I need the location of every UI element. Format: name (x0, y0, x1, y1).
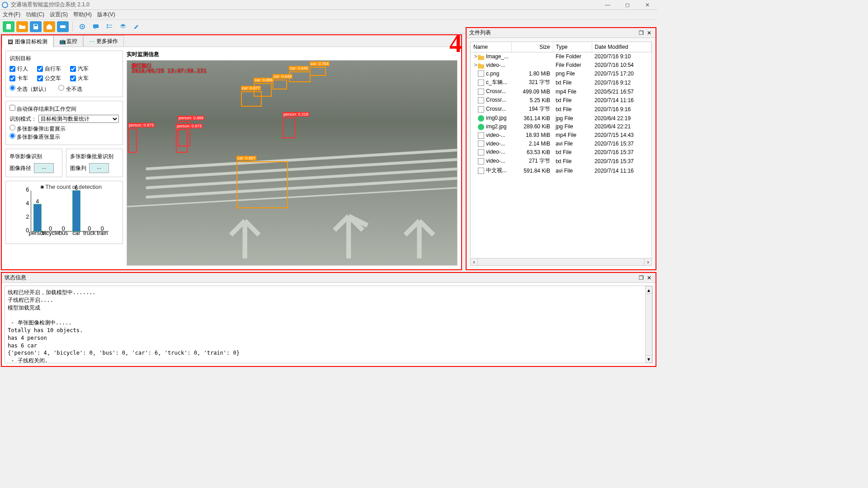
file-hscrollbar[interactable]: ‹ › (470, 258, 652, 266)
menu-help[interactable]: 帮助(H) (73, 11, 92, 19)
table-row[interactable]: Crossr...5.25 KiBtxt File2020/7/14 11:16 (471, 96, 651, 104)
menu-function[interactable]: 功能(C) (26, 11, 44, 19)
scroll-track[interactable] (478, 258, 644, 265)
chk-car[interactable]: 汽车 (70, 65, 89, 73)
scroll-up-icon[interactable]: ▴ (646, 286, 652, 294)
radio-seq[interactable]: 多张影像逐张显示 (9, 134, 60, 140)
table-row[interactable]: Crossr...499.09 MiBmp4 File2020/5/21 16:… (471, 87, 651, 96)
toolbar-separator (72, 22, 73, 32)
tab-monitor[interactable]: 📺 监控 (53, 35, 83, 47)
toolbar-layers-icon[interactable] (117, 21, 129, 32)
monitor-icon: 📺 (59, 38, 65, 44)
panel-close-icon[interactable]: ✕ (646, 274, 653, 282)
table-row[interactable]: c.png1.80 MiBpng File2020/7/15 17:20 (471, 70, 651, 78)
mode-select[interactable]: 目标检测与数量统计 (38, 115, 119, 123)
app-icon (2, 2, 8, 8)
table-row[interactable]: >video-...File Folder2020/7/16 10:54 (471, 61, 651, 70)
table-row[interactable]: 中文视...591.84 KiBavi File2020/7/14 11:16 (471, 166, 651, 175)
chk-truck[interactable]: 卡车 (9, 75, 28, 82)
toolbar-new-icon[interactable] (3, 21, 14, 32)
menu-version[interactable]: 版本(V) (97, 11, 115, 19)
chk-bus[interactable]: 公交车 (37, 75, 61, 82)
svg-text:4: 4 (36, 198, 39, 205)
chk-bicycle[interactable]: 自行车 (37, 65, 61, 73)
radio-select-none[interactable]: 全不选 (58, 85, 82, 93)
table-row[interactable]: img2.jpg289.60 KiBjpg File2020/6/4 22:21 (471, 122, 651, 131)
mode-label: 识别模式： (9, 115, 37, 123)
chk-train[interactable]: 火车 (70, 75, 89, 82)
toolbar-chat-icon[interactable] (90, 21, 102, 32)
tab-more[interactable]: ⋯ 更多操作 (83, 35, 124, 47)
tab-image-detect[interactable]: 🖼 图像目标检测 (2, 36, 53, 47)
batch-browse-button[interactable]: ··· (89, 163, 109, 173)
mode-fieldset: 自动保存结果到工作空间 识别模式： 目标检测与数量统计 多张影像弹出窗展示 多张… (5, 101, 123, 145)
radio-popup[interactable]: 多张影像弹出窗展示 (9, 126, 66, 132)
col-type[interactable]: Type (553, 42, 592, 52)
col-date[interactable]: Date Modified (592, 42, 651, 52)
road-overlay (127, 61, 457, 263)
single-browse-button[interactable]: ··· (34, 163, 54, 173)
svg-rect-5 (93, 24, 99, 28)
menu-settings[interactable]: 设置(S) (50, 11, 68, 19)
status-panel: 状态信息 ❐ ✕ ▴ ▾ (1, 272, 656, 367)
svg-text:bus: bus (59, 230, 68, 236)
svg-line-35 (146, 150, 457, 169)
table-row[interactable]: video-...271 字节txt File2020/7/16 15:37 (471, 156, 651, 166)
table-row[interactable]: Crossr...194 字节txt File2020/7/16 9:16 (471, 104, 651, 114)
detection-bbox-person: person: 0.218 (283, 117, 295, 138)
col-size[interactable]: Size (511, 42, 553, 52)
scroll-down-icon[interactable]: ▾ (646, 355, 652, 362)
svg-rect-17 (33, 204, 41, 231)
detection-chart: ■ The count of detection02464person0bicy… (5, 181, 123, 244)
svg-point-4 (81, 26, 83, 28)
toolbar-disk-icon[interactable] (57, 21, 69, 32)
detection-bbox-car: car: 0.877 (241, 91, 262, 107)
toolbar-gear-icon[interactable] (76, 21, 88, 32)
panel-close-icon[interactable]: ✕ (646, 29, 653, 37)
toolbar-edit-icon[interactable] (131, 21, 142, 32)
batch-image-fieldset: 多张影像批量识别 图像列 ··· (66, 149, 123, 177)
file-table: Name Size Type Date Modified >Image_...F… (471, 42, 651, 175)
minimize-button[interactable]: — (598, 0, 618, 10)
svg-text:6: 6 (26, 187, 29, 193)
svg-rect-8 (107, 27, 108, 28)
radio-select-all[interactable]: 全选（默认） (9, 85, 49, 93)
single-label: 图像路径 (9, 164, 31, 172)
txt-icon (478, 97, 484, 103)
mp4-icon (478, 132, 484, 139)
batch-label: 图像列 (70, 164, 86, 172)
status-vscrollbar[interactable]: ▴ ▾ (645, 286, 652, 363)
tab-label: 图像目标检测 (15, 38, 47, 46)
svg-rect-6 (107, 24, 108, 26)
table-row[interactable]: img0.jpg361.14 KiBjpg File2020/6/4 22:19 (471, 114, 651, 122)
scroll-right-icon[interactable]: › (644, 258, 651, 265)
chk-autosave[interactable]: 自动保存结果到工作空间 (9, 106, 76, 112)
toolbar-home-icon[interactable] (43, 21, 55, 32)
col-name[interactable]: Name (471, 42, 511, 52)
table-row[interactable]: >Image_...File Folder2020/7/16 9:10 (471, 52, 651, 61)
detection-bbox-person: person: 0.973 (176, 129, 188, 153)
targets-fieldset: 识别目标 行人 自行车 汽车 卡车 公交车 火车 全选（默认） 全不选 (5, 51, 123, 97)
batch-title: 多张影像批量识别 (70, 153, 119, 160)
detection-bbox-car: car: 0.646 (273, 80, 287, 89)
status-panel-header: 状态信息 ❐ ✕ (2, 273, 656, 283)
panel-float-icon[interactable]: ❐ (637, 274, 645, 282)
chk-pedestrian[interactable]: 行人 (9, 65, 28, 73)
menu-file[interactable]: 文件(F) (3, 11, 20, 19)
table-row[interactable]: c_车辆...321 字节txt File2020/7/16 9:12 (471, 78, 651, 87)
toolbar-save-icon[interactable] (30, 21, 42, 32)
toolbar-list-icon[interactable] (104, 21, 115, 32)
toolbar-open-icon[interactable] (16, 21, 28, 32)
svg-text:truck: truck (83, 230, 96, 236)
status-log[interactable] (5, 286, 653, 363)
table-row[interactable]: video-...63.53 KiBtxt File2020/7/16 15:3… (471, 148, 651, 156)
txt-icon (478, 158, 484, 164)
scroll-left-icon[interactable]: ‹ (471, 258, 478, 265)
maximize-button[interactable]: ◻ (618, 0, 637, 10)
folder-icon (478, 62, 484, 69)
table-row[interactable]: video-...2.14 MiBavi File2020/7/16 15:37 (471, 140, 651, 148)
table-row[interactable]: video-...18.93 MiBmp4 File2020/7/15 14:4… (471, 131, 651, 140)
panel-float-icon[interactable]: ❐ (637, 29, 645, 37)
close-button[interactable]: ✕ (637, 0, 657, 10)
annotation-number: 4 (449, 29, 462, 58)
